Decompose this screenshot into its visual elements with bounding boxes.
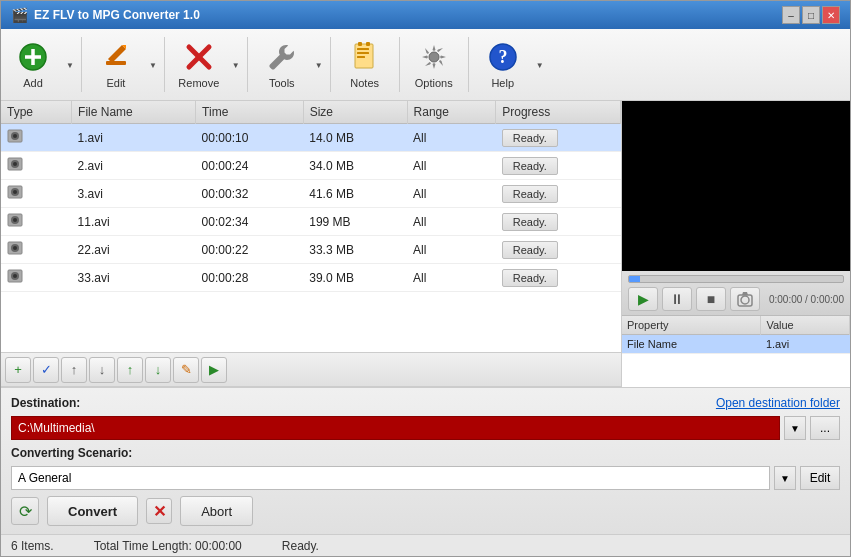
progress-button[interactable]: Ready. [502,241,558,259]
cell-time: 00:00:28 [196,264,304,292]
preview-panel: ▶ ⏸ ■ 0:00:00 / 0:00:00 [622,101,850,387]
cell-type [1,236,72,264]
progress-button[interactable]: Ready. [502,157,558,175]
add-button[interactable]: Add [3,36,63,94]
sep5 [399,37,400,92]
table-row[interactable]: 11.avi 00:02:34 199 MB All Ready. [1,208,621,236]
add-dropdown[interactable]: ▼ [63,56,77,73]
cell-type [1,180,72,208]
prop-header-row: Property Value [622,316,850,335]
sep6 [468,37,469,92]
preview-progress-fill [629,276,640,282]
cell-time: 00:00:32 [196,180,304,208]
minimize-button[interactable]: – [782,6,800,24]
help-dropdown[interactable]: ▼ [533,56,547,73]
maximize-button[interactable]: □ [802,6,820,24]
window-title: EZ FLV to MPG Converter 1.0 [34,8,200,22]
mini-up-button[interactable]: ↑ [61,357,87,383]
tools-button[interactable]: Tools [252,36,312,94]
preview-play-button[interactable]: ▶ [628,287,658,311]
remove-button[interactable]: Remove [169,36,229,94]
toolbar-add-group: Add ▼ [3,33,77,96]
mini-green-down-button[interactable]: ↓ [145,357,171,383]
edit-dropdown-arrow: ▼ [149,61,157,70]
progress-button[interactable]: Ready. [502,269,558,287]
status-items: 6 Items. [11,539,54,553]
cell-range: All [407,124,496,152]
cell-filename: 2.avi [72,152,196,180]
title-bar: 🎬 EZ FLV to MPG Converter 1.0 – □ ✕ [1,1,850,29]
tools-icon [266,41,298,73]
cell-type [1,124,72,152]
cell-progress: Ready. [496,264,621,292]
scenario-dropdown-button[interactable]: ▼ [774,466,796,490]
abort-x-button[interactable]: ✕ [146,498,172,524]
preview-snapshot-button[interactable] [730,287,760,311]
prop-table[interactable]: Property Value File Name 1.avi [622,316,850,387]
options-button[interactable]: Options [404,36,464,94]
preview-controls: ▶ ⏸ ■ 0:00:00 / 0:00:00 [622,271,850,316]
properties-panel: Property Value File Name 1.avi [622,316,850,387]
cell-time: 00:02:34 [196,208,304,236]
svg-point-35 [741,296,749,304]
toolbar-remove-group: Remove ▼ [169,33,243,96]
table-header-row: Type File Name Time Size Range Progress [1,101,621,124]
dest-browse-button[interactable]: ... [810,416,840,440]
edit-dropdown[interactable]: ▼ [146,56,160,73]
progress-button[interactable]: Ready. [502,129,558,147]
prop-row[interactable]: File Name 1.avi [622,335,850,354]
mini-down-button[interactable]: ↓ [89,357,115,383]
help-label: Help [491,77,514,89]
table-row[interactable]: 22.avi 00:00:22 33.3 MB All Ready. [1,236,621,264]
cell-progress: Ready. [496,124,621,152]
toolbar-edit-group: Edit ▼ [86,33,160,96]
main-window: 🎬 EZ FLV to MPG Converter 1.0 – □ ✕ Add [0,0,851,557]
scenario-edit-button[interactable]: Edit [800,466,840,490]
progress-button[interactable]: Ready. [502,185,558,203]
preview-pause-button[interactable]: ⏸ [662,287,692,311]
convert-button[interactable]: Convert [47,496,138,526]
tools-label: Tools [269,77,295,89]
cell-filename: 22.avi [72,236,196,264]
mini-play-button[interactable]: ▶ [201,357,227,383]
svg-rect-10 [357,52,369,54]
remove-dropdown-arrow: ▼ [232,61,240,70]
cell-progress: Ready. [496,236,621,264]
help-icon: ? [487,41,519,73]
svg-point-31 [13,246,17,250]
remove-dropdown[interactable]: ▼ [229,56,243,73]
notes-button[interactable]: Notes [335,36,395,94]
table-row[interactable]: 2.avi 00:00:24 34.0 MB All Ready. [1,152,621,180]
destination-input[interactable] [11,416,780,440]
remove-icon [183,41,215,73]
preview-stop-button[interactable]: ■ [696,287,726,311]
file-table[interactable]: Type File Name Time Size Range Progress [1,101,621,353]
title-bar-buttons: – □ ✕ [782,6,840,24]
help-button[interactable]: ? Help [473,36,533,94]
abort-button[interactable]: Abort [180,496,253,526]
mini-edit-button[interactable]: ✎ [173,357,199,383]
edit-icon [100,41,132,73]
mini-add-button[interactable]: + [5,357,31,383]
cell-filename: 1.avi [72,124,196,152]
preview-progress-bar[interactable] [628,275,844,283]
cell-size: 39.0 MB [303,264,407,292]
mini-check-button[interactable]: ✓ [33,357,59,383]
dest-dropdown-button[interactable]: ▼ [784,416,806,440]
refresh-button[interactable]: ⟳ [11,497,39,525]
remove-label: Remove [178,77,219,89]
table-row[interactable]: 3.avi 00:00:32 41.6 MB All Ready. [1,180,621,208]
cell-range: All [407,208,496,236]
tools-dropdown[interactable]: ▼ [312,56,326,73]
cell-range: All [407,180,496,208]
mini-green-up-button[interactable]: ↑ [117,357,143,383]
table-row[interactable]: 1.avi 00:00:10 14.0 MB All Ready. [1,124,621,152]
svg-rect-12 [358,42,362,46]
open-folder-link[interactable]: Open destination folder [716,396,840,410]
status-ready: Ready. [282,539,319,553]
edit-button[interactable]: Edit [86,36,146,94]
progress-button[interactable]: Ready. [502,213,558,231]
scenario-select[interactable] [11,466,770,490]
table-row[interactable]: 33.avi 00:00:28 39.0 MB All Ready. [1,264,621,292]
close-button[interactable]: ✕ [822,6,840,24]
